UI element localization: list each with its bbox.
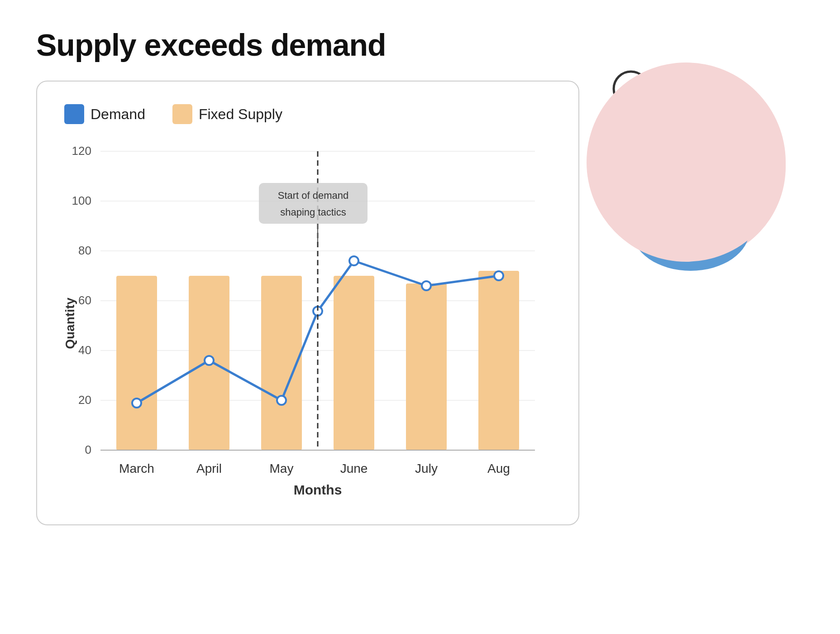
svg-text:40: 40 <box>78 343 91 357</box>
x-axis-title: Months <box>294 482 342 495</box>
svg-text:Start of demand: Start of demand <box>278 190 349 201</box>
demand-point-april <box>205 356 214 365</box>
demand-swatch <box>64 104 84 124</box>
supply-bar-aug <box>478 271 519 450</box>
character-bg-circle <box>587 62 786 262</box>
demand-point-may <box>277 396 286 405</box>
supply-swatch <box>172 104 192 124</box>
page-container: Supply exceeds demand ? ? <box>0 0 840 634</box>
svg-text:80: 80 <box>78 244 91 257</box>
chart-card: Demand Fixed Supply <box>36 81 579 525</box>
demand-label: Demand <box>91 106 145 123</box>
svg-text:60: 60 <box>78 293 91 307</box>
demand-point-march <box>132 399 141 408</box>
x-label-april: April <box>196 461 222 476</box>
demand-point-june <box>349 256 358 265</box>
svg-text:120: 120 <box>72 144 91 158</box>
x-label-may: May <box>270 461 294 476</box>
supply-bar-july <box>406 283 447 450</box>
legend-demand: Demand <box>64 104 145 124</box>
chart-area: ? ? <box>36 81 804 525</box>
character-illustration: ? ? <box>578 53 795 271</box>
x-label-march: March <box>119 461 154 476</box>
supply-bar-june <box>334 276 374 450</box>
supply-bar-march <box>116 276 157 450</box>
svg-text:100: 100 <box>72 194 91 207</box>
svg-text:Quantity: Quantity <box>64 298 77 349</box>
svg-text:0: 0 <box>85 443 91 456</box>
svg-text:shaping tactics: shaping tactics <box>280 207 346 218</box>
x-label-july: July <box>415 461 438 476</box>
chart-svg: 120 100 80 60 40 20 0 Quantity <box>64 142 553 495</box>
chart-legend: Demand Fixed Supply <box>64 104 551 124</box>
x-label-aug: Aug <box>487 461 510 476</box>
x-label-june: June <box>340 461 368 476</box>
legend-supply: Fixed Supply <box>172 104 282 124</box>
chart-svg-container: 120 100 80 60 40 20 0 Quantity <box>64 142 551 497</box>
demand-point-aug <box>494 271 503 280</box>
demand-point-july <box>422 281 431 290</box>
supply-label: Fixed Supply <box>199 106 282 123</box>
svg-text:20: 20 <box>78 393 91 407</box>
